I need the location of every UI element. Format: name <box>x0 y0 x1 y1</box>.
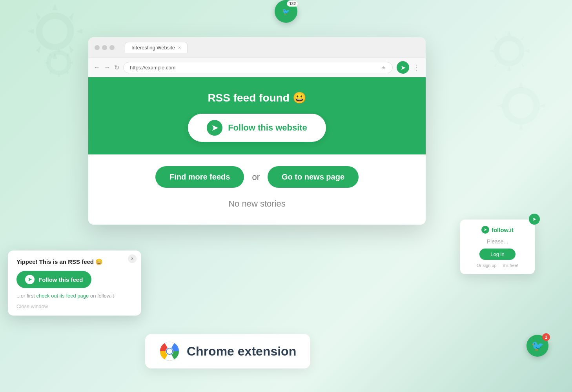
sub-text-suffix: on follow.it <box>90 293 114 299</box>
extension-icon[interactable]: ➤ <box>397 61 409 74</box>
no-stories-text: No new stories <box>104 199 410 209</box>
small-popup-title: Yippee! This is an RSS feed 😀 <box>16 258 133 265</box>
gear-bg-small <box>35 39 82 86</box>
feed-page-link[interactable]: check out its feed page <box>36 293 89 299</box>
popup-body: Find more feeds or Go to news page No ne… <box>88 154 426 225</box>
follow-feed-icon: ➤ <box>25 275 35 284</box>
gear-bg-right-mid <box>486 71 556 141</box>
browser-navbar: ← → ↻ https://example.com ★ ➤ ⋮ <box>88 58 426 77</box>
bookmark-icon: ★ <box>381 65 386 71</box>
popup-actions: Find more feeds or Go to news page <box>104 166 410 188</box>
followit-arrow-icon: ➤ <box>484 228 487 232</box>
notification-bird-icon: 🐦 <box>531 340 544 352</box>
bird-icon: 🐦 <box>282 8 290 15</box>
arrow-icon: ➤ <box>211 123 218 132</box>
reload-button[interactable]: ↻ <box>114 64 119 71</box>
chrome-icon <box>159 341 180 361</box>
follow-icon: ➤ <box>207 120 222 136</box>
svg-point-0 <box>49 53 69 73</box>
small-popup: × Yippee! This is an RSS feed 😀 ➤ Follow… <box>8 250 141 316</box>
forward-button[interactable]: → <box>104 64 110 71</box>
follow-website-button[interactable]: ➤ Follow this website <box>188 114 326 142</box>
sub-text-prefix: ...or first <box>16 293 35 299</box>
followit-brand-text: follow.it <box>492 227 514 233</box>
minimize-dot[interactable] <box>102 45 107 50</box>
followit-logo-icon: ➤ <box>481 226 489 234</box>
go-to-news-button[interactable]: Go to news page <box>268 166 359 188</box>
followit-brand: ➤ follow.it <box>466 226 529 234</box>
rss-found-title: RSS feed found 😀 <box>104 91 410 104</box>
chrome-extension-text: Chrome extension <box>187 344 296 359</box>
find-more-feeds-button[interactable]: Find more feeds <box>155 166 244 188</box>
follow-feed-button[interactable]: ➤ Follow this feed <box>16 271 91 288</box>
followit-please-text: Please... <box>466 238 529 245</box>
close-dot[interactable] <box>95 45 100 50</box>
top-bird-badge[interactable]: 🐦 132 <box>275 0 297 23</box>
small-arrow-icon: ➤ <box>28 277 32 282</box>
popup-header: RSS feed found 😀 ➤ Follow this website <box>88 77 426 154</box>
followit-signup-text: Or sign up — it's free! <box>466 263 529 268</box>
float-bird-icon: ➤ <box>532 216 536 222</box>
small-popup-close-button[interactable]: × <box>128 254 137 263</box>
window-controls <box>95 45 115 50</box>
browser-tab[interactable]: Interesting Website × <box>125 42 188 53</box>
follow-feed-label: Follow this feed <box>38 276 83 283</box>
address-bar[interactable]: https://example.com ★ <box>123 62 393 73</box>
svg-point-2 <box>505 90 536 121</box>
notification-badge: 1 <box>542 333 550 341</box>
svg-point-6 <box>167 348 172 354</box>
small-popup-subtext: ...or first check out its feed page on f… <box>16 293 133 299</box>
tab-close-button[interactable]: × <box>178 45 181 51</box>
chrome-extension-badge: Chrome extension <box>145 334 310 368</box>
tab-title: Interesting Website <box>131 45 175 51</box>
notification-count: 132 <box>287 1 298 7</box>
browser-titlebar: Interesting Website × <box>88 37 426 58</box>
browser-window: Interesting Website × ← → ↻ https://exam… <box>88 37 426 225</box>
url-text: https://example.com <box>130 65 175 71</box>
more-menu-button[interactable]: ⋮ <box>413 63 420 72</box>
popup-content: RSS feed found 😀 ➤ Follow this website F… <box>88 77 426 225</box>
right-float-icon: ➤ <box>529 214 540 225</box>
back-button[interactable]: ← <box>94 64 100 71</box>
followit-widget: ➤ follow.it Please... Log in Or sign up … <box>460 220 535 274</box>
extension-arrow-icon: ➤ <box>401 64 406 71</box>
or-separator: or <box>252 172 260 182</box>
bottom-right-notification[interactable]: 🐦 1 <box>526 335 548 357</box>
close-window-button[interactable]: Close window <box>16 303 48 309</box>
followit-login-button[interactable]: Log in <box>479 249 515 260</box>
maximize-dot[interactable] <box>109 45 115 50</box>
follow-website-label: Follow this website <box>228 123 307 133</box>
svg-point-1 <box>497 38 522 64</box>
